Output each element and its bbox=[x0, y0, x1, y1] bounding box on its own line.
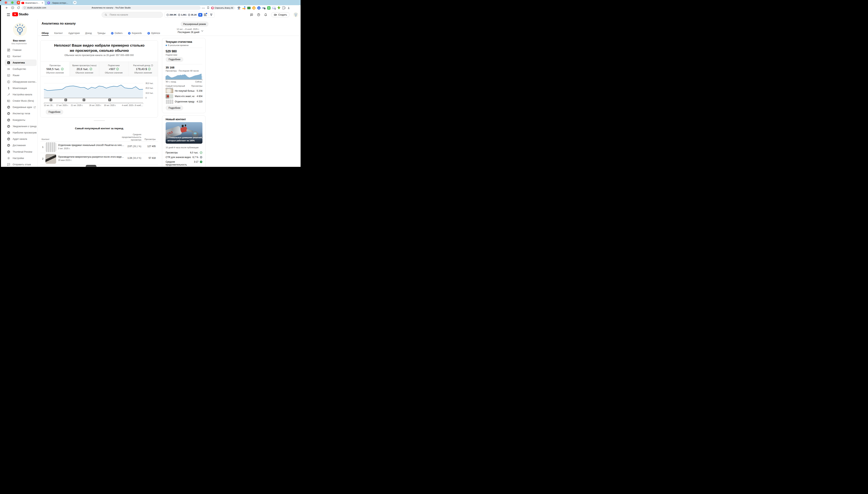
sidebar-item-достижения[interactable]: Достижения bbox=[1, 142, 37, 149]
phone-qr-extension-icon[interactable] bbox=[282, 6, 285, 10]
tab-контент[interactable]: Контент bbox=[54, 32, 63, 35]
column-header-content[interactable]: Контент bbox=[42, 138, 50, 140]
realtime-top-item[interactable]: Отделочник придумал г...4 223 bbox=[165, 99, 202, 104]
video-publish-marker[interactable] bbox=[50, 99, 52, 101]
back-icon[interactable] bbox=[5, 6, 8, 10]
table-row[interactable]: 1Отделочник придумал гениальный способ! … bbox=[40, 141, 158, 153]
video-publish-marker[interactable] bbox=[83, 99, 85, 101]
sidebar-item-инспектор-тегов[interactable]: Инспектор тегов bbox=[1, 111, 37, 117]
metric-время-просмотра-часы-[interactable]: Время просмотра (часы)20,6 тыс.Обычное з… bbox=[70, 62, 99, 76]
metric-подписчики[interactable]: Подписчики+507Обычное значение bbox=[99, 62, 129, 76]
vidiq-camera-extension-icon[interactable] bbox=[257, 6, 260, 10]
tab-outliers[interactable]: Outliers bbox=[111, 32, 122, 35]
sidebar-item-аудит-канала[interactable]: Аудит канала bbox=[1, 136, 37, 142]
tab-доход[interactable]: Доход bbox=[85, 32, 92, 35]
metric-расчетный-доход[interactable]: Расчетный доход179,43 $Обычное значение bbox=[129, 62, 158, 76]
video-title[interactable]: Производители микроплинтуса разорятся по… bbox=[58, 155, 125, 158]
metric-просмотры[interactable]: Просмотры568,5 тыс.Обычное значение bbox=[40, 62, 70, 76]
sidebar-item-конкуренты[interactable]: Конкуренты bbox=[1, 117, 37, 123]
color-dots-extension-icon[interactable] bbox=[242, 6, 245, 10]
realtime-top-item[interactable]: Мало кто знает, на что ...4 604 bbox=[165, 94, 202, 99]
sidebar-item-наиболее-просматриваем[interactable]: Наиболее просматриваем bbox=[1, 130, 37, 136]
latest-video-thumbnail[interactable]: ГАЗ 7 Гениальных домашних решений, котор… bbox=[165, 122, 202, 144]
subtitles-icon bbox=[7, 74, 11, 77]
video-publish-marker[interactable] bbox=[64, 99, 67, 101]
sidebar-item-монетизация[interactable]: Монетизация bbox=[1, 85, 37, 91]
trophy-icon[interactable] bbox=[210, 13, 213, 16]
channel-avatar[interactable] bbox=[13, 23, 27, 36]
video-thumbnail[interactable] bbox=[45, 142, 56, 152]
views-48h-label: Просмотры · Последние 48 часов bbox=[165, 70, 199, 72]
banknote-extension-icon[interactable] bbox=[247, 6, 251, 10]
sidebar-item-языки[interactable]: Языки bbox=[1, 72, 37, 79]
create-video-icon bbox=[274, 13, 277, 17]
sidebar-item-обнаружение-контен-[interactable]: Обнаружение контен… bbox=[1, 79, 37, 85]
video-title[interactable]: Мало кто знает, на что ... bbox=[175, 95, 194, 98]
video-title[interactable]: Отделочник придумал гениальный способ! Р… bbox=[58, 144, 125, 147]
mail-tray-extension-icon[interactable] bbox=[272, 6, 275, 10]
zoom-window-button[interactable] bbox=[11, 1, 14, 4]
youtube-studio-logo[interactable]: Studio bbox=[12, 12, 28, 16]
yandex-services-icon[interactable]: Я bbox=[11, 6, 14, 10]
sidebar-item-контент[interactable]: Контент bbox=[1, 53, 37, 59]
tab-обзор[interactable]: Обзор bbox=[42, 32, 49, 35]
green-down-arrow-extension-icon[interactable] bbox=[277, 6, 280, 10]
sidebar-item-отправить-отзыв[interactable]: Отправить отзыв bbox=[1, 161, 37, 167]
create-button[interactable]: Создать bbox=[271, 12, 290, 17]
video-title[interactable]: Отделочник придумал г... bbox=[175, 100, 194, 103]
video-title[interactable]: Не покупай больше рул... bbox=[175, 90, 194, 92]
magnet-extension-icon[interactable] bbox=[252, 6, 256, 10]
chevron-down-icon[interactable] bbox=[201, 29, 204, 33]
close-tab-icon[interactable]: ✕ bbox=[42, 2, 43, 4]
table-row[interactable]: 2Производители микроплинтуса разорятся п… bbox=[40, 153, 158, 165]
whatsapp-extension-icon[interactable] bbox=[267, 6, 271, 10]
column-header-views[interactable]: Просмотры bbox=[141, 138, 156, 140]
sidebar-item-настройка-канала[interactable]: Настройка канала bbox=[1, 91, 37, 98]
reload-icon[interactable] bbox=[17, 6, 20, 10]
notifications-bell-icon[interactable] bbox=[264, 13, 268, 17]
new-tab-button[interactable]: + bbox=[73, 1, 77, 4]
sidebar-item-label: Аудит канала bbox=[13, 138, 37, 140]
sidebar-item-thumbnail-preview[interactable]: Thumbnail Preview bbox=[1, 149, 37, 155]
extension-icons bbox=[237, 6, 291, 10]
subscribers-details-button[interactable]: Подробнее bbox=[165, 57, 183, 62]
tab-keywords[interactable]: Keywords bbox=[128, 32, 142, 35]
detective-extension-icon[interactable] bbox=[237, 6, 241, 10]
help-icon[interactable] bbox=[257, 13, 260, 17]
hamburger-menu-icon[interactable] bbox=[7, 14, 10, 16]
address-bar[interactable]: studio.youtube.com Аналитика по каналу -… bbox=[22, 6, 201, 10]
channel-search-input[interactable]: Поиск на канале bbox=[102, 12, 163, 18]
yandex-browser-icon[interactable]: Я bbox=[17, 1, 20, 4]
realtime-top-item[interactable]: Не покупай больше рул...5 208 bbox=[165, 89, 202, 94]
close-window-button[interactable] bbox=[5, 1, 7, 4]
sidebar-item-главная[interactable]: Главная bbox=[1, 47, 37, 53]
advanced-mode-button[interactable]: Расширенный режим bbox=[181, 21, 209, 27]
ask-alice-button[interactable]: Спросить Алису AI bbox=[211, 6, 235, 10]
details-button[interactable]: Подробнее bbox=[46, 110, 63, 114]
tab-optimize[interactable]: Optimize bbox=[147, 32, 160, 35]
sidebar-item-ежедневные-идеи[interactable]: Ежедневные идеи bbox=[1, 104, 37, 111]
sidebar-item-уведомления-о-трендах[interactable]: Уведомления о трендах bbox=[1, 123, 37, 130]
more-menu-icon[interactable]: ••• bbox=[202, 7, 205, 10]
date-range-picker[interactable]: 12 окт. – 8 нояб. 2025 г. Последние 28 д… bbox=[177, 28, 199, 34]
bookmark-icon[interactable] bbox=[206, 6, 210, 10]
minimize-window-button[interactable] bbox=[8, 1, 11, 4]
realtime-details-button[interactable]: Подробнее bbox=[165, 106, 183, 111]
video-thumbnail[interactable] bbox=[45, 154, 56, 164]
tab-тренды[interactable]: Тренды bbox=[97, 32, 105, 35]
vidiq-camera-button[interactable] bbox=[198, 13, 202, 17]
cloud-save-extension-icon[interactable] bbox=[262, 6, 265, 10]
column-header-avg-duration[interactable]: Средняяпродолжительностьпросмотра bbox=[115, 133, 141, 141]
download-extension-icon[interactable] bbox=[287, 6, 291, 10]
vidiq-list-icon[interactable] bbox=[204, 14, 207, 16]
tab-аудитория[interactable]: Аудитория bbox=[68, 32, 80, 35]
feedback-icon[interactable] bbox=[250, 13, 253, 17]
sidebar-item-creator-music-бета-[interactable]: Creator Music (бета) bbox=[1, 98, 37, 104]
account-avatar[interactable] bbox=[293, 12, 298, 17]
video-publish-marker[interactable] bbox=[108, 99, 111, 101]
sidebar-item-настройки[interactable]: Настройки bbox=[1, 155, 37, 161]
sidebar-item-сообщество[interactable]: Сообщество bbox=[1, 66, 37, 72]
sidebar-item-аналитика[interactable]: Аналитика bbox=[5, 59, 37, 66]
tab-analytics[interactable]: Аналитика по каналу ✕ bbox=[20, 1, 45, 5]
tab-birzha[interactable]: - Биржа интернет-проект bbox=[46, 1, 70, 5]
